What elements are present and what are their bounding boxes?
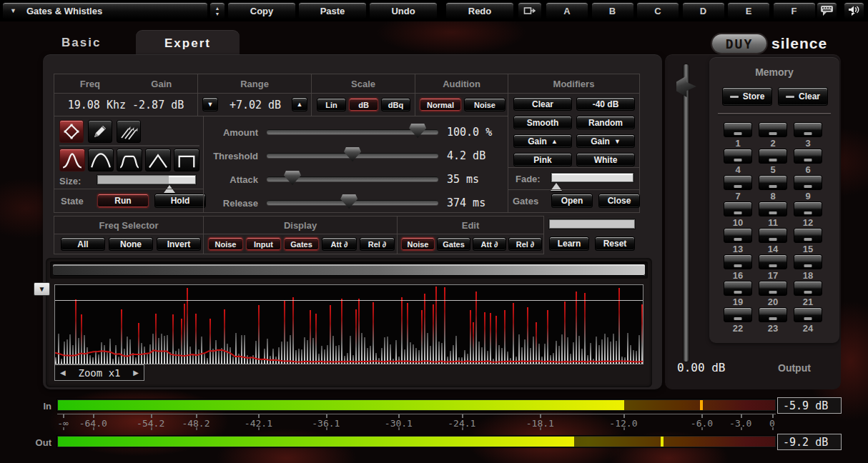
state-run[interactable]: Run (97, 194, 149, 208)
state-hold[interactable]: Hold (154, 194, 206, 208)
titlebar-slot-d[interactable]: D (682, 2, 725, 19)
modifier-smooth[interactable]: Smooth (513, 116, 572, 129)
param-slider-threshold[interactable] (267, 153, 438, 158)
edit-att-[interactable]: Att ∂ (473, 237, 506, 251)
memory-store-button[interactable]: Store (722, 87, 772, 106)
edit-rel-[interactable]: Rel ∂ (508, 237, 542, 251)
node-tool-button[interactable] (59, 120, 84, 143)
freq-selector-invert[interactable]: Invert (157, 237, 201, 251)
modifier--40-db[interactable]: -40 dB (576, 97, 635, 111)
preset-selector[interactable]: ▼ Gates & Whistles (2, 2, 208, 19)
audio-panel-button[interactable] (844, 2, 864, 19)
paste-button[interactable]: Paste (298, 2, 367, 19)
tab-expert[interactable]: Expert (136, 30, 240, 57)
range-up-button[interactable]: ▲ (292, 97, 307, 111)
fade-slider[interactable] (551, 173, 633, 182)
memory-slot-24[interactable] (794, 307, 822, 322)
titlebar-slot-c[interactable]: C (636, 2, 679, 19)
waveform-display[interactable] (54, 284, 643, 364)
shape-bell-wide-button[interactable] (88, 149, 114, 171)
memory-slot-14[interactable] (759, 228, 787, 243)
learn-reset[interactable]: Reset (595, 237, 635, 251)
memory-slot-12[interactable] (794, 201, 822, 216)
titlebar-slot-a[interactable]: A (546, 2, 588, 19)
modifier-pink[interactable]: Pink (513, 153, 572, 166)
param-slider-thumb[interactable] (284, 171, 301, 185)
gates-close[interactable]: Close (598, 194, 640, 208)
titlebar-slot-e[interactable]: E (727, 2, 770, 19)
memory-slot-16[interactable] (724, 254, 752, 269)
audition-normal[interactable]: Normal (420, 98, 461, 111)
tab-basic[interactable]: Basic (61, 36, 101, 50)
freq-selector-all[interactable]: All (61, 237, 105, 251)
memory-slot-23[interactable] (759, 307, 787, 322)
waveform-dropdown-button[interactable]: ▼ (34, 282, 50, 296)
output-fader-track[interactable] (684, 64, 689, 362)
keyboard-panel-button[interactable] (817, 2, 837, 19)
memory-slot-1[interactable] (724, 122, 752, 137)
modifier-clear[interactable]: Clear (513, 97, 572, 111)
audition-noise[interactable]: Noise (464, 98, 505, 111)
memory-slot-10[interactable] (724, 201, 752, 216)
memory-slot-2[interactable] (759, 122, 787, 137)
zoom-out-arrow[interactable]: ◀ (60, 369, 66, 377)
pencil-tool-button[interactable] (88, 120, 112, 143)
edit-gates[interactable]: Gates (437, 237, 470, 251)
memory-slot-6[interactable] (794, 149, 822, 164)
memory-slot-19[interactable] (724, 281, 752, 296)
shape-plateau-button[interactable] (117, 149, 142, 171)
edit-noise[interactable]: Noise (401, 237, 435, 251)
gates-open[interactable]: Open (551, 194, 593, 208)
copy-button[interactable]: Copy (227, 2, 296, 19)
freq-selector-none[interactable]: None (109, 237, 153, 251)
param-slider-thumb[interactable] (344, 147, 361, 161)
memory-slot-5[interactable] (759, 149, 787, 164)
memory-slot-20[interactable] (759, 281, 787, 296)
spinner-up-icon[interactable]: ▲ (215, 6, 220, 11)
display-att-[interactable]: Att ∂ (322, 237, 357, 251)
display-rel-[interactable]: Rel ∂ (360, 237, 395, 251)
memory-slot-21[interactable] (794, 281, 822, 296)
modifier-gain[interactable]: Gain▲ (513, 134, 572, 148)
param-slider-thumb[interactable] (340, 194, 357, 209)
shape-peak-triangle-button[interactable] (145, 149, 171, 171)
scale-lin[interactable]: Lin (317, 98, 346, 111)
memory-slot-18[interactable] (794, 254, 822, 269)
modifier-white[interactable]: White (576, 153, 635, 166)
display-input[interactable]: Input (246, 237, 281, 251)
memory-slot-13[interactable] (724, 228, 752, 243)
memory-slot-8[interactable] (759, 175, 787, 190)
memory-slot-22[interactable] (724, 307, 752, 322)
range-down-button[interactable]: ▼ (202, 97, 218, 111)
shape-bell-narrow-button[interactable] (59, 149, 85, 171)
size-slider[interactable] (97, 175, 196, 184)
zoom-in-arrow[interactable]: ▶ (133, 369, 139, 377)
memory-slot-4[interactable] (724, 149, 752, 164)
display-noise[interactable]: Noise (208, 237, 243, 251)
memory-slot-11[interactable] (759, 201, 787, 216)
redo-button[interactable]: Redo (445, 2, 514, 19)
param-slider-release[interactable] (267, 200, 438, 205)
memory-slot-3[interactable] (794, 122, 822, 137)
param-slider-thumb[interactable] (409, 124, 426, 138)
memory-clear-button[interactable]: Clear (778, 87, 828, 106)
titlebar-slot-f[interactable]: F (773, 2, 816, 19)
preset-spinner[interactable]: ▲ ▼ (209, 2, 225, 19)
memory-slot-9[interactable] (794, 175, 822, 190)
waveform-scrollbar[interactable] (53, 264, 645, 276)
param-slider-attack[interactable] (267, 176, 438, 181)
memory-slot-17[interactable] (759, 254, 787, 269)
modifier-random[interactable]: Random (576, 116, 635, 129)
transfer-button[interactable] (518, 2, 542, 19)
memory-slot-7[interactable] (724, 175, 752, 190)
memory-slot-15[interactable] (794, 228, 822, 243)
param-slider-amount[interactable] (267, 129, 438, 134)
learn-learn[interactable]: Learn (549, 237, 589, 251)
spinner-down-icon[interactable]: ▼ (215, 11, 220, 16)
scale-dbq[interactable]: dBq (381, 98, 410, 111)
modifier-gain[interactable]: Gain▼ (576, 134, 635, 148)
titlebar-slot-b[interactable]: B (591, 2, 634, 19)
multi-pencil-tool-button[interactable] (117, 120, 141, 143)
display-gates[interactable]: Gates (284, 237, 319, 251)
zoom-control[interactable]: ◀ Zoom x1 ▶ (54, 364, 144, 381)
